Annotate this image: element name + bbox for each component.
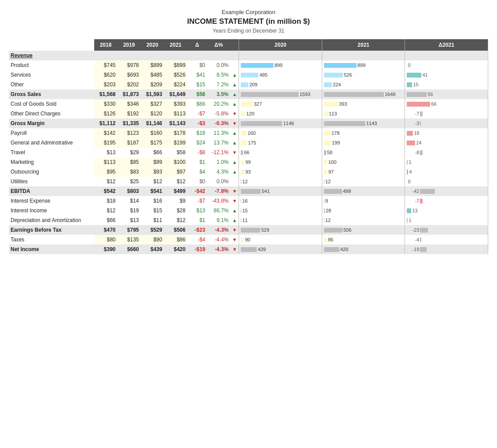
col-2019: $1,873 [118, 89, 141, 99]
col-2021: $224 [164, 80, 187, 89]
col-2020: $160 [141, 128, 164, 138]
col-2019: $660 [118, 244, 141, 254]
bar-chart-delta: 56 [405, 89, 488, 99]
bar-chart-delta: -3 [405, 118, 488, 128]
col-deltapct: -12.1% [207, 148, 230, 157]
bar-chart-2021: 28 [322, 206, 405, 215]
col-arrow: ▲ [230, 167, 239, 177]
bar-chart-delta: 13 [405, 206, 488, 215]
col-deltapct: 11.3% [207, 128, 230, 138]
col-2020: $209 [141, 80, 164, 89]
hdr-chart2021: 2021 [322, 39, 405, 51]
bar-chart-delta: -7 [405, 196, 488, 206]
col-arrow: ▼ [230, 244, 239, 254]
bar-chart-2021: 526 [322, 70, 405, 80]
col-deltapct [207, 51, 230, 60]
col-delta: -$19 [187, 244, 207, 254]
hdr-delta: Δ [187, 39, 207, 51]
col-2020 [141, 51, 164, 60]
col-2019: $25 [118, 177, 141, 186]
bar-chart-delta: 1 [405, 157, 488, 167]
arrow-down-icon: ▼ [232, 150, 237, 155]
col-2021: $12 [164, 177, 187, 186]
bar-chart-2020: 12 [239, 177, 322, 186]
bar-chart-2020: 439 [239, 244, 322, 254]
bar-chart-delta: 41 [405, 70, 488, 80]
table-body: Revenue Product $745 $978 $899 $899 $0 0… [9, 51, 488, 254]
hdr-2019: 2019 [118, 39, 141, 51]
col-deltapct: -5.8% [207, 109, 230, 118]
arrow-up-icon: ▲ [232, 159, 237, 165]
bar-chart-2020: 1146 [239, 118, 322, 128]
row-label: General and Adminstrative [9, 138, 94, 148]
arrow-up-icon: ▲ [232, 82, 237, 87]
col-deltapct: 20.2% [207, 99, 230, 109]
col-2021: $9 [164, 196, 187, 206]
col-deltapct: 7.2% [207, 80, 230, 89]
col-2019: $123 [118, 128, 141, 138]
bar-chart-2021: 224 [322, 80, 405, 89]
col-2020: $529 [141, 225, 164, 235]
bar-chart-2020: 120 [239, 109, 322, 118]
row-label: Cost of Goods Sold [9, 99, 94, 109]
bar-chart-2020 [239, 51, 322, 60]
col-delta: $18 [187, 128, 207, 138]
col-deltapct: 0.0% [207, 60, 230, 70]
col-2018: $66 [94, 215, 118, 225]
bar-chart-2021: 97 [322, 167, 405, 177]
arrow-down-icon: ▼ [232, 198, 237, 204]
col-delta: $15 [187, 80, 207, 89]
hdr-2020: 2020 [141, 39, 164, 51]
row-label: Depreciation and Amortization [9, 215, 94, 225]
row-label: Gross Margin [9, 118, 94, 128]
bar-chart-2021: 100 [322, 157, 405, 167]
col-delta: -$7 [187, 109, 207, 118]
col-2018: $13 [94, 148, 118, 157]
bar-chart-delta: 4 [405, 167, 488, 177]
col-arrow: ▲ [230, 215, 239, 225]
hdr-deltapct: Δ% [207, 39, 230, 51]
bar-chart-2020: 93 [239, 167, 322, 177]
report-title: INCOME STATEMENT (in million $) [9, 17, 488, 26]
col-deltapct: 9.1% [207, 215, 230, 225]
bar-chart-delta: 1 [405, 215, 488, 225]
col-deltapct: 0.0% [207, 177, 230, 186]
bar-chart-delta: -19 [405, 244, 488, 254]
col-2020: $1,146 [141, 118, 164, 128]
arrow-up-icon: ▲ [232, 169, 237, 174]
col-2018: $126 [94, 109, 118, 118]
col-delta: $13 [187, 206, 207, 215]
bar-chart-2021: 420 [322, 244, 405, 254]
col-2019: $83 [118, 167, 141, 177]
bar-chart-2021 [322, 51, 405, 60]
col-2018: $142 [94, 128, 118, 138]
row-label: Interest Income [9, 206, 94, 215]
col-arrow: ▼ [230, 225, 239, 235]
col-2020: $1,593 [141, 89, 164, 99]
col-deltapct: -4.4% [207, 235, 230, 244]
col-2020: $93 [141, 167, 164, 177]
col-2021: $393 [164, 99, 187, 109]
col-2018: $745 [94, 60, 118, 70]
col-2018: $18 [94, 196, 118, 206]
hdr-2018: 2018 [94, 39, 118, 51]
col-2018: $203 [94, 80, 118, 89]
col-2021: $86 [164, 235, 187, 244]
col-2018: $330 [94, 99, 118, 109]
col-2020: $16 [141, 196, 164, 206]
col-2018: $390 [94, 244, 118, 254]
hdr-chartdelta: Δ2021 [405, 39, 488, 51]
col-arrow: ▲ [230, 99, 239, 109]
col-delta: $1 [187, 215, 207, 225]
bar-chart-delta: -23 [405, 225, 488, 235]
col-2019: $13 [118, 215, 141, 225]
bar-chart-2021: 899 [322, 60, 405, 70]
col-arrow: ▲ [230, 206, 239, 215]
col-2020: $175 [141, 138, 164, 148]
bar-chart-2020: 209 [239, 80, 322, 89]
col-arrow: ▼ [230, 196, 239, 206]
bar-chart-2021: 1649 [322, 89, 405, 99]
table-row: Interest Expense $18 $14 $16 $9 -$7 -43.… [9, 196, 488, 206]
row-label: EBITDA [9, 186, 94, 196]
col-2018: $12 [94, 206, 118, 215]
